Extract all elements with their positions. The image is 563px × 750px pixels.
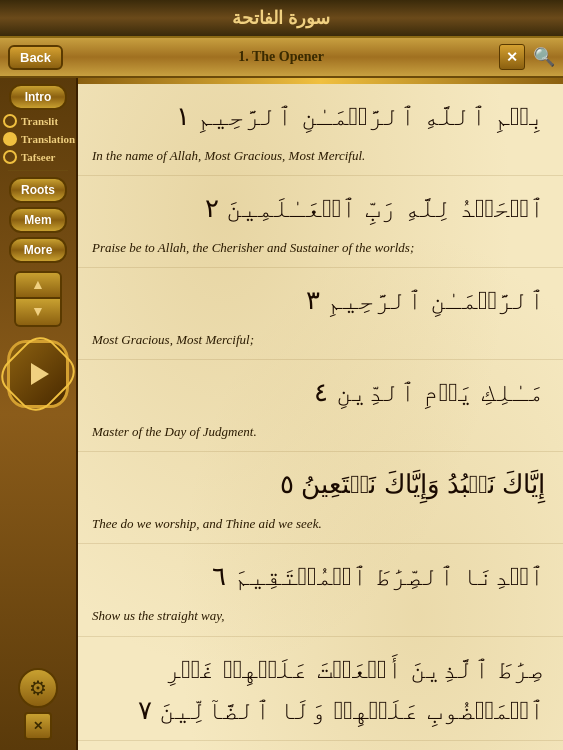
play-button[interactable] — [8, 339, 68, 409]
surah-title: سورة الفاتحة — [232, 7, 330, 29]
translit-option[interactable]: Translit — [3, 114, 73, 128]
down-arrow-button[interactable]: ▼ — [14, 299, 62, 327]
roots-button[interactable]: Roots — [9, 177, 67, 203]
arabic-verse-6: ٱهۡدِنَا ٱلصِّرَٰطَ ٱلۡمُسۡتَقِيمَ ٦ — [92, 552, 549, 602]
translation-label: Translation — [21, 133, 75, 145]
nav-icons: ✕ 🔍 — [499, 44, 555, 70]
tafseer-radio[interactable] — [3, 150, 17, 164]
intro-button[interactable]: Intro — [9, 84, 67, 110]
tafseer-label: Tafseer — [21, 151, 55, 163]
more-button[interactable]: More — [9, 237, 67, 263]
up-arrow-button[interactable]: ▲ — [14, 271, 62, 299]
navigation-arrows: ▲ ▼ — [14, 271, 62, 327]
arabic-verse-1: بِسۡمِ ٱللَّهِ ٱلرَّحۡمَـٰنِ ٱلرَّحِيمِ … — [92, 92, 549, 142]
sidebar: Intro Translit Translation Tafseer Roots… — [0, 78, 78, 750]
verse-block: إِيَّاكَ نَعۡبُدُ وَإِيَّاكَ نَسۡتَعِينُ… — [78, 452, 563, 544]
verse-block: ٱهۡدِنَا ٱلصِّرَٰطَ ٱلۡمُسۡتَقِيمَ ٦Show… — [78, 544, 563, 636]
verse-block: صِرَٰطَ ٱلَّذِينَ أَنۡعَمۡتَ عَلَيۡهِمۡ … — [78, 637, 563, 741]
main-layout: Intro Translit Translation Tafseer Roots… — [0, 78, 563, 750]
translation-verse-2: Praise be to Allah, the Cherisher and Su… — [92, 234, 549, 264]
nav-bar: Back 1. The Opener ✕ 🔍 — [0, 38, 563, 78]
verse-block: ٱلۡحَمۡدُ لِلَّهِ رَبِّ ٱلۡعَـٰلَمِينَ ٢… — [78, 176, 563, 268]
verses-container: بِسۡمِ ٱللَّهِ ٱلرَّحۡمَـٰنِ ٱلرَّحِيمِ … — [78, 84, 563, 741]
verse-block: بِسۡمِ ٱللَّهِ ٱلرَّحۡمَـٰنِ ٱلرَّحِيمِ … — [78, 84, 563, 176]
translation-verse-4: Master of the Day of Judgment. — [92, 418, 549, 448]
close-nav-button[interactable]: ✕ — [499, 44, 525, 70]
arabic-verse-7: صِرَٰطَ ٱلَّذِينَ أَنۡعَمۡتَ عَلَيۡهِمۡ … — [92, 645, 549, 736]
translation-verse-5: Thee do we worship, and Thine aid we see… — [92, 510, 549, 540]
settings-area: ⚙ ✕ — [18, 668, 58, 740]
translation-option[interactable]: Translation — [3, 132, 73, 146]
mem-button[interactable]: Mem — [9, 207, 67, 233]
translation-radio[interactable] — [3, 132, 17, 146]
content-area[interactable]: بِسۡمِ ٱللَّهِ ٱلرَّحۡمَـٰنِ ٱلرَّحِيمِ … — [78, 78, 563, 750]
play-area — [8, 339, 68, 409]
play-icon — [31, 363, 49, 385]
translation-verse-1: In the name of Allah, Most Gracious, Mos… — [92, 142, 549, 172]
tafseer-option[interactable]: Tafseer — [3, 150, 73, 164]
back-button[interactable]: Back — [8, 45, 63, 70]
translation-verse-3: Most Gracious, Most Merciful; — [92, 326, 549, 356]
title-bar: سورة الفاتحة — [0, 0, 563, 38]
arabic-verse-4: مَـٰلِكِ يَوۡمِ ٱلدِّينِ ٤ — [92, 368, 549, 418]
translation-verse-6: Show us the straight way, — [92, 602, 549, 632]
verse-block: مَـٰلِكِ يَوۡمِ ٱلدِّينِ ٤Master of the … — [78, 360, 563, 452]
translit-radio[interactable] — [3, 114, 17, 128]
arabic-verse-5: إِيَّاكَ نَعۡبُدُ وَإِيَّاكَ نَسۡتَعِينُ… — [92, 460, 549, 510]
verse-block: ٱلرَّحۡمَـٰنِ ٱلرَّحِيمِ ٣Most Gracious,… — [78, 268, 563, 360]
arabic-verse-3: ٱلرَّحۡمَـٰنِ ٱلرَّحِيمِ ٣ — [92, 276, 549, 326]
arabic-verse-2: ٱلۡحَمۡدُ لِلَّهِ رَبِّ ٱلۡعَـٰلَمِينَ ٢ — [92, 184, 549, 234]
search-button[interactable]: 🔍 — [533, 46, 555, 68]
nav-title: 1. The Opener — [63, 49, 499, 65]
separator-1 — [8, 170, 68, 171]
translit-label: Translit — [21, 115, 58, 127]
settings-button[interactable]: ⚙ — [18, 668, 58, 708]
close-small-button[interactable]: ✕ — [24, 712, 52, 740]
